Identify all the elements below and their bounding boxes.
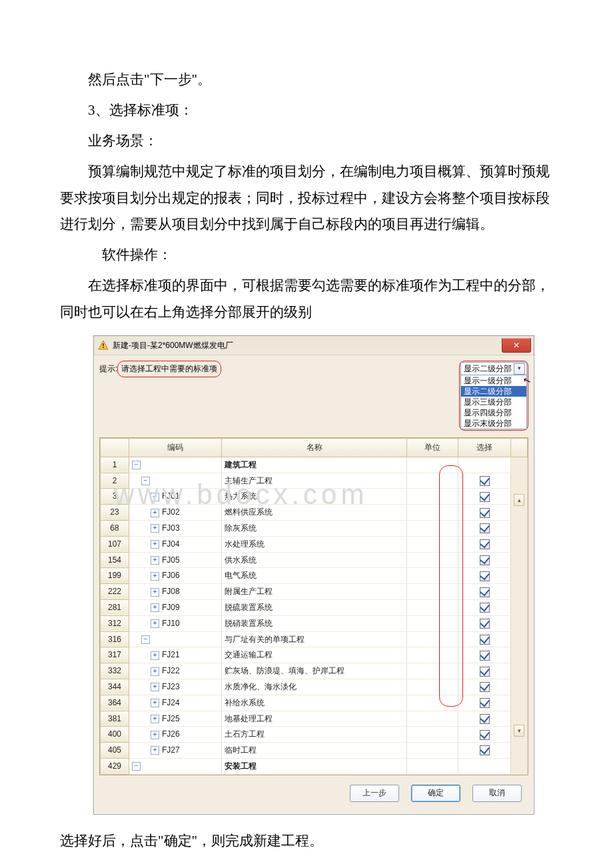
table-row[interactable]: 316−与厂址有关的单项工程 <box>101 631 528 647</box>
table-row[interactable]: 364+FJ24补给水系统 <box>101 695 528 711</box>
cell-select[interactable] <box>458 489 511 505</box>
cell-select[interactable] <box>458 457 511 473</box>
table-row[interactable]: 381+FJ25地基处理工程 <box>101 711 528 727</box>
checkbox[interactable] <box>480 619 490 629</box>
expand-icon[interactable]: + <box>151 699 159 707</box>
cell-select[interactable] <box>458 727 511 743</box>
column-header-name[interactable]: 名称 <box>221 439 406 457</box>
table-row[interactable]: 2−主辅生产工程 <box>101 473 528 489</box>
expand-icon[interactable]: + <box>151 667 159 676</box>
cell-select[interactable] <box>458 663 511 679</box>
checkbox[interactable] <box>480 714 490 724</box>
checkbox[interactable] <box>480 476 490 486</box>
level-dropdown[interactable]: 显示二级分部 ▾ ↖ 显示一级分部 显示二级分部 显示三级分部 显示四级分部 显… <box>460 362 527 429</box>
checkbox[interactable] <box>480 730 490 740</box>
table-row[interactable]: 3+FJ01热力系统 <box>101 489 528 505</box>
table-row[interactable]: 317+FJ21交通运输工程 <box>101 647 528 663</box>
dropdown-option[interactable]: 显示一级分部 <box>461 375 526 386</box>
scroll-up-icon[interactable]: ▴ <box>514 494 524 506</box>
cell-select[interactable] <box>458 552 511 568</box>
collapse-icon[interactable]: − <box>141 477 150 485</box>
expand-icon[interactable]: + <box>151 556 159 565</box>
checkbox[interactable] <box>480 539 490 549</box>
cell-select[interactable] <box>458 647 511 663</box>
vertical-scrollbar[interactable]: ▴▾ <box>511 457 528 774</box>
table-row[interactable]: 281+FJ09脱硫装置系统 <box>101 599 528 615</box>
table-row[interactable]: 154+FJ05供水系统 <box>101 552 528 568</box>
table-row[interactable]: 68+FJ03除灰系统 <box>101 521 528 537</box>
cell-select[interactable] <box>458 521 511 537</box>
expand-icon[interactable]: + <box>151 619 159 628</box>
close-button[interactable]: ✕ <box>502 338 531 353</box>
cell-select[interactable] <box>458 536 511 552</box>
cell-select[interactable] <box>458 568 511 584</box>
cell-select[interactable] <box>458 711 511 727</box>
expand-icon[interactable]: + <box>151 651 159 660</box>
checkbox[interactable] <box>480 667 490 677</box>
checkbox[interactable] <box>480 635 490 645</box>
expand-icon[interactable]: + <box>151 603 159 612</box>
table-row[interactable]: 344+FJ23水质净化、海水淡化 <box>101 679 528 695</box>
checkbox[interactable] <box>480 571 490 581</box>
expand-icon[interactable]: + <box>151 493 159 501</box>
collapse-icon[interactable]: − <box>132 762 141 771</box>
cell-select[interactable] <box>458 505 511 521</box>
checkbox[interactable] <box>480 523 490 533</box>
scroll-down-icon[interactable]: ▾ <box>514 725 524 737</box>
expand-icon[interactable]: + <box>151 731 159 739</box>
cancel-button[interactable]: 取消 <box>472 785 522 802</box>
checkbox[interactable] <box>480 587 490 597</box>
table-row[interactable]: 332+FJ22贮灰场、防浪堤、填海、护岸工程 <box>101 663 528 679</box>
prev-button[interactable]: 上一步 <box>350 785 399 802</box>
table-row[interactable]: 400+FJ26土石方工程 <box>101 727 528 743</box>
dropdown-option[interactable]: 显示三级分部 <box>461 397 526 407</box>
ok-button[interactable]: 确定 <box>411 785 460 802</box>
table-row[interactable]: 199+FJ06电气系统 <box>101 568 528 584</box>
expand-icon[interactable]: + <box>151 524 159 533</box>
expand-icon[interactable]: + <box>151 588 159 597</box>
collapse-icon[interactable]: − <box>141 635 150 644</box>
cell-select[interactable] <box>458 584 511 600</box>
row-number: 381 <box>101 711 129 727</box>
expand-icon[interactable]: + <box>151 572 159 581</box>
expand-icon[interactable]: + <box>151 683 159 691</box>
table-row[interactable]: 312+FJ10脱硝装置系统 <box>101 615 528 631</box>
cell-select[interactable] <box>458 631 511 647</box>
checkbox[interactable] <box>480 603 490 613</box>
table-row[interactable]: 1−建筑工程▴▾ <box>101 457 528 473</box>
cell-unit <box>407 568 458 584</box>
cell-code: +FJ06 <box>129 568 221 584</box>
table-row[interactable]: 107+FJ04水处理系统 <box>101 536 528 552</box>
column-header-select[interactable]: 选择 <box>458 439 511 457</box>
checkbox[interactable] <box>480 682 490 692</box>
table-row[interactable]: 405+FJ27临时工程 <box>101 743 528 759</box>
checkbox[interactable] <box>480 508 490 518</box>
dropdown-annotation: 显示二级分部 ▾ ↖ 显示一级分部 显示二级分部 显示三级分部 显示四级分部 显… <box>459 361 528 431</box>
cell-select[interactable] <box>458 473 511 489</box>
cell-select[interactable] <box>458 758 511 774</box>
table-row[interactable]: 23+FJ02燃料供应系统 <box>101 505 528 521</box>
expand-icon[interactable]: + <box>151 509 159 517</box>
checkbox[interactable] <box>480 745 490 755</box>
checkbox[interactable] <box>480 555 490 565</box>
expand-icon[interactable]: + <box>151 715 159 723</box>
cell-select[interactable] <box>458 743 511 759</box>
cell-select[interactable] <box>458 599 511 615</box>
table-row[interactable]: 429−安装工程 <box>101 758 528 774</box>
expand-icon[interactable]: + <box>151 540 159 549</box>
checkbox[interactable] <box>480 651 490 661</box>
dropdown-option[interactable]: 显示四级分部 <box>461 407 526 418</box>
column-header-code[interactable]: 编码 <box>129 439 221 457</box>
column-header-unit[interactable]: 单位 <box>407 439 458 457</box>
cell-select[interactable] <box>458 695 511 711</box>
cell-select[interactable] <box>458 679 511 695</box>
checkbox[interactable] <box>480 492 490 502</box>
dropdown-option[interactable]: 显示二级分部 <box>461 386 526 397</box>
cell-select[interactable] <box>458 615 511 631</box>
table-row[interactable]: 222+FJ08附属生产工程 <box>101 584 528 600</box>
checkbox[interactable] <box>480 698 490 708</box>
collapse-icon[interactable]: − <box>132 461 141 469</box>
dropdown-option[interactable]: 显示末级分部 <box>461 418 526 429</box>
expand-icon[interactable]: + <box>151 746 159 755</box>
dropdown-list[interactable]: 显示一级分部 显示二级分部 显示三级分部 显示四级分部 显示末级分部 <box>460 375 527 429</box>
